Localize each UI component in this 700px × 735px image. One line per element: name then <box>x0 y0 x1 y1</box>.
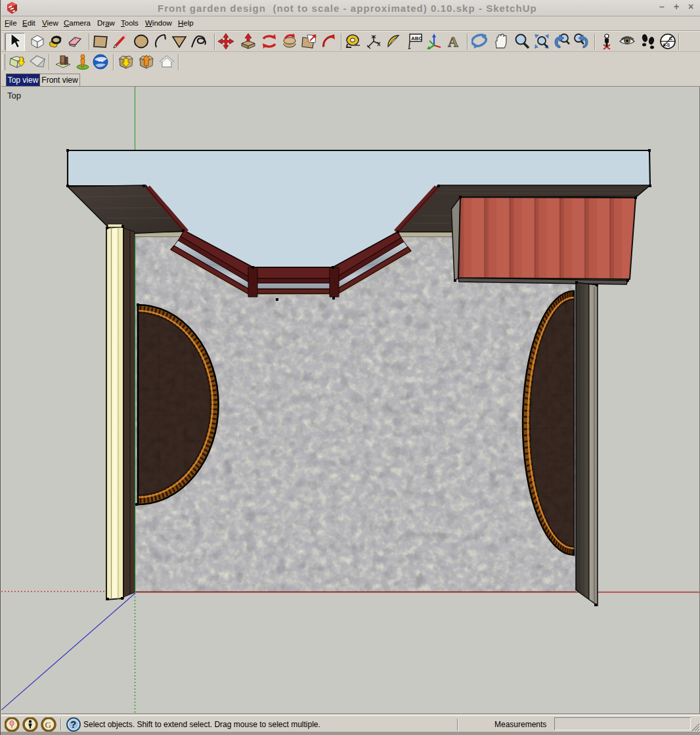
svg-text:ABC: ABC <box>411 35 423 41</box>
svg-text:?: ? <box>70 719 76 730</box>
svg-text:A: A <box>448 33 458 50</box>
svg-text:G: G <box>45 720 51 730</box>
svg-text:Top: Top <box>7 91 21 100</box>
svg-text:A-S: A-S <box>663 43 670 47</box>
svg-text:C: C <box>669 36 672 41</box>
